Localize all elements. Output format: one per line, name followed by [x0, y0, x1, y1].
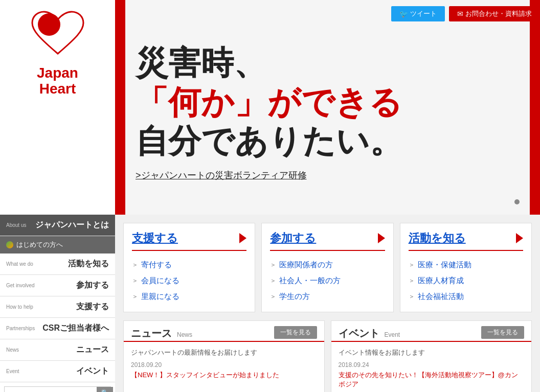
envelope-icon: ✉ [457, 10, 463, 18]
sidebar-item-whatwedo[interactable]: What we do 活動を知る [0, 253, 115, 275]
nav-jp-news: ニュース [76, 344, 109, 355]
dot-1 [514, 199, 520, 204]
news-box: ニュース News 一覧を見る ジャパンハートの最新情報をお届けします 2018… [123, 320, 325, 392]
hero-line2: 「何か」ができる [136, 83, 520, 122]
sidebar-item-getinvolved[interactable]: Get involved 参加する [0, 275, 115, 296]
event-desc: イベント情報をお届けします [339, 348, 525, 357]
card-activities-link-2[interactable]: ＞ 医療人材育成 [409, 273, 523, 289]
hero-line1: 災害時、 [136, 43, 520, 83]
contact-label: お問合わせ・資料請求 [465, 9, 532, 18]
card-participate-title[interactable]: 参加する [270, 230, 385, 251]
arrow-icon-6: ＞ [270, 292, 276, 301]
card-support-title[interactable]: 支援する [132, 230, 246, 251]
card-support-link-2-text: 会員になる [141, 276, 179, 286]
card-activities-title-text: 活動を知る [409, 230, 466, 246]
search-button[interactable]: 🔍 [97, 387, 113, 392]
card-support-link-3-text: 里親になる [141, 292, 179, 302]
card-participate-link-1-text: 医療関係者の方 [279, 260, 333, 270]
news-title-en: News [177, 331, 192, 338]
sidebar-item-howtohelp[interactable]: How to help 支援する [0, 296, 115, 318]
arrow-icon-2: ＞ [132, 276, 138, 285]
card-participate-title-text: 参加する [270, 230, 316, 246]
svg-point-0 [38, 13, 60, 36]
sidebar-item-firsttime[interactable]: はじめての方へ [0, 236, 115, 253]
news-item-link[interactable]: 【NEW！】スタッフインタビューが始まりました [131, 371, 317, 380]
nav-jp-about: ジャパンハートとは [35, 220, 109, 230]
main-content: 支援する ＞ 寄付する ＞ 会員になる ＞ 里親になる [115, 215, 540, 392]
nav-en-howtohelp: How to help [6, 304, 33, 310]
sidebar-item-partnerships[interactable]: Partnerships CSRご担当者様へ [0, 318, 115, 339]
card-participate-link-3-text: 学生の方 [279, 292, 310, 302]
news-date: 2018.09.20 [131, 361, 317, 368]
card-activities-link-3[interactable]: ＞ 社会福祉活動 [409, 289, 523, 305]
arrow-icon-8: ＞ [409, 276, 415, 285]
card-participate-link-1[interactable]: ＞ 医療関係者の方 [270, 257, 385, 273]
nav-jp-event: イベント [76, 366, 109, 377]
sidebar-item-about[interactable]: About us ジャパンハートとは [0, 215, 115, 236]
nav-en-whatwedo: What we do [6, 261, 33, 267]
contact-button[interactable]: ✉ お問合わせ・資料請求 [449, 6, 540, 21]
sidebar-item-news[interactable]: News ニュース [0, 339, 115, 361]
event-title-jp: イベント [339, 327, 379, 340]
card-support-link-2[interactable]: ＞ 会員になる [132, 273, 246, 289]
tweet-button[interactable]: 🐦 ツイート [391, 6, 445, 21]
arrow-icon-3: ＞ [132, 292, 138, 301]
card-activities-link-1[interactable]: ＞ 医療・保健活動 [409, 257, 523, 273]
nav-en-partnerships: Partnerships [6, 326, 35, 331]
arrow-icon-5: ＞ [270, 276, 276, 285]
arrow-icon-4: ＞ [270, 261, 276, 269]
card-participate: 参加する ＞ 医療関係者の方 ＞ 社会人・一般の方 ＞ 学生の方 [261, 223, 393, 312]
nav-en-about: About us [6, 222, 26, 228]
nav-en-event: Event [6, 368, 19, 374]
card-participate-link-2[interactable]: ＞ 社会人・一般の方 [270, 273, 385, 289]
card-activities-title[interactable]: 活動を知る [409, 230, 523, 251]
card-support-link-3[interactable]: ＞ 里親になる [132, 289, 246, 305]
nav-jp-getinvolved: 参加する [76, 280, 109, 291]
news-list-button[interactable]: 一覧を見る [274, 326, 317, 339]
news-title-jp: ニュース [131, 327, 172, 340]
event-title-area: イベント Event [339, 327, 400, 340]
nav-en-getinvolved: Get involved [6, 283, 35, 288]
event-item-link[interactable]: 支援のその先を知りたい！【海外活動地視察ツアー】@カンボジア [339, 371, 525, 389]
event-list-button[interactable]: 一覧を見る [481, 326, 524, 339]
sidebar-item-event[interactable]: Event イベント [0, 361, 115, 382]
slider-dots [514, 199, 520, 204]
logo-heart-icon [30, 10, 86, 61]
card-activities-arrow [516, 233, 523, 243]
card-activities-link-1-text: 医療・保健活動 [418, 260, 471, 270]
card-participate-link-3[interactable]: ＞ 学生の方 [270, 289, 385, 305]
news-content: ジャパンハートの最新情報をお届けします 2018.09.20 【NEW！】スタッ… [124, 342, 324, 386]
event-title-en: Event [385, 331, 400, 338]
hero-line2-black: 」ができる [235, 84, 402, 121]
hero-section: 災害時、 「何か」ができる 自分でありたい。 >ジャパンハートの災害ボランティア… [115, 0, 540, 215]
card-grid: 支援する ＞ 寄付する ＞ 会員になる ＞ 里親になる [123, 223, 532, 312]
red-left-bar [115, 0, 125, 215]
hero-link[interactable]: >ジャパンハートの災害ボランティア研修 [136, 169, 520, 181]
red-right-bar [530, 0, 540, 215]
nav-jp-howtohelp: 支援する [76, 302, 109, 312]
card-support-arrow [239, 233, 246, 243]
hero-line2-red: 「何か [136, 84, 235, 121]
nav-en-news: News [6, 347, 19, 353]
top-actions: 🐦 ツイート ✉ お問合わせ・資料請求 [391, 6, 540, 21]
card-support-link-1[interactable]: ＞ 寄付する [132, 257, 246, 273]
nav-jp-partnerships: CSRご担当者様へ [42, 323, 109, 334]
card-support-link-1-text: 寄付する [141, 260, 172, 270]
card-participate-link-2-text: 社会人・一般の方 [279, 276, 341, 286]
card-support: 支援する ＞ 寄付する ＞ 会員になる ＞ 里親になる [123, 223, 255, 312]
event-content: イベント情報をお届けします 2018.09.24 支援のその先を知りたい！【海外… [331, 342, 532, 392]
event-box-header: イベント Event 一覧を見る [331, 321, 532, 342]
twitter-icon: 🐦 [399, 10, 408, 18]
card-activities-link-2-text: 医療人材育成 [418, 276, 464, 286]
card-activities-link-3-text: 社会福祉活動 [418, 292, 464, 302]
logo-heart-text: Heart [37, 81, 78, 97]
card-support-title-text: 支援する [132, 230, 178, 246]
arrow-icon-1: ＞ [132, 261, 138, 269]
logo-area: Japan Heart [0, 0, 115, 107]
news-event-grid: ニュース News 一覧を見る ジャパンハートの最新情報をお届けします 2018… [123, 320, 532, 392]
event-box: イベント Event 一覧を見る イベント情報をお届けします 2018.09.2… [331, 320, 532, 392]
nav-firsttime-label: はじめての方へ [16, 240, 63, 249]
tweet-label: ツイート [410, 9, 437, 18]
news-box-header: ニュース News 一覧を見る [124, 321, 324, 342]
search-input[interactable] [5, 387, 97, 392]
